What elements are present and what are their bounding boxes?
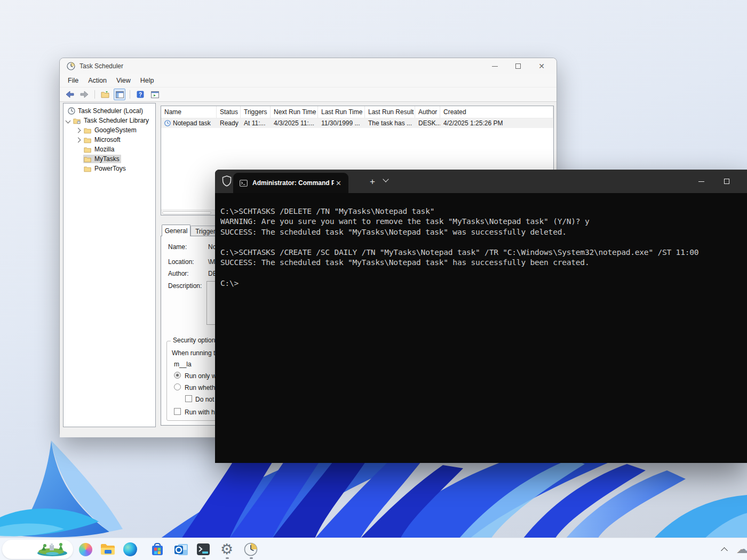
- store-bag: [150, 542, 164, 556]
- store-icon[interactable]: [150, 542, 165, 557]
- terminal-line: [220, 268, 747, 278]
- tree-item-microsoft[interactable]: Microsoft: [63, 135, 155, 145]
- terminal-line: SUCCESS: The scheduled task "MyTasks\Not…: [220, 258, 747, 268]
- new-window-button[interactable]: [149, 89, 161, 100]
- created-cell: 4/2/2025 1:25:26 PM: [440, 119, 553, 127]
- column-header-created[interactable]: Created: [440, 106, 553, 118]
- run-only-logged-on-radio[interactable]: [174, 372, 181, 379]
- forward-button[interactable]: [78, 89, 90, 100]
- tree-item-googlesystem[interactable]: GoogleSystem: [63, 125, 155, 135]
- description-label: Description:: [168, 282, 202, 290]
- file-explorer-icon[interactable]: [100, 542, 115, 557]
- widgets-weather-image: [35, 542, 69, 557]
- console-tree: Task Scheduler (Local) Task Scheduler Li…: [63, 103, 156, 427]
- terminal-running-indicator: [202, 557, 205, 559]
- chevron-right-icon[interactable]: [76, 127, 81, 133]
- security-options-label: Security options: [171, 337, 220, 344]
- cmd-icon: [240, 180, 248, 187]
- run-whether-logged-radio[interactable]: [174, 383, 181, 390]
- help-icon: ?: [137, 91, 144, 98]
- tree-item-label: Microsoft: [94, 136, 121, 143]
- chevron-down-icon: [383, 176, 388, 182]
- new-tab-button[interactable]: +: [365, 175, 379, 189]
- tree-item-mozilla[interactable]: Mozilla: [63, 145, 155, 154]
- menu-file[interactable]: File: [63, 75, 83, 86]
- window-pane-icon: [151, 91, 159, 98]
- edge-icon[interactable]: [123, 542, 138, 557]
- tab-dropdown-button[interactable]: [384, 177, 388, 181]
- menu-help[interactable]: Help: [136, 75, 159, 86]
- folder-icon: [84, 146, 92, 153]
- scrollbar-thumb[interactable]: [162, 211, 211, 214]
- terminal-maximize-button[interactable]: [714, 170, 739, 193]
- author-label: Author:: [168, 270, 189, 277]
- column-header-triggers[interactable]: Triggers: [241, 106, 271, 118]
- name-label: Name:: [168, 243, 187, 251]
- terminal-output[interactable]: C:\>SCHTASKS /DELETE /TN "MyTasks\Notepa…: [215, 193, 747, 289]
- task-name-cell: Notepad task: [161, 119, 217, 127]
- folder-glyph: [100, 543, 115, 556]
- task-scheduler-titlebar[interactable]: Task Scheduler ✕: [60, 58, 557, 74]
- terminal-taskbar-icon[interactable]: [196, 542, 211, 557]
- tree-item-powertoys[interactable]: PowerToys: [63, 164, 155, 173]
- terminal-prompt: C:\>: [220, 278, 747, 289]
- widgets-button[interactable]: [2, 540, 73, 559]
- column-header-author[interactable]: Author: [415, 106, 440, 118]
- run-highest-checkbox[interactable]: [174, 408, 181, 415]
- folder-icon: [84, 127, 92, 134]
- menu-view[interactable]: View: [112, 75, 136, 86]
- edge-swirl: [123, 542, 137, 556]
- settings-icon[interactable]: ⚙: [219, 542, 234, 557]
- terminal-titlebar[interactable]: Administrator: Command Pro ✕ +: [215, 170, 747, 193]
- gear-glyph: ⚙: [220, 542, 233, 557]
- column-header-next-run[interactable]: Next Run Time: [271, 106, 318, 118]
- menu-action[interactable]: Action: [83, 75, 112, 86]
- minimize-button[interactable]: [483, 58, 506, 74]
- tree-item-label: MyTasks: [94, 155, 120, 163]
- table-row[interactable]: Notepad task Ready At 11:... 4/3/2025 11…: [161, 118, 553, 128]
- terminal-tab-title: Administrator: Command Pro: [252, 179, 334, 187]
- task-scheduler-running-indicator: [250, 557, 253, 559]
- tree-item-mytasks[interactable]: MyTasks: [63, 154, 155, 164]
- chevron-down-icon[interactable]: [66, 118, 71, 123]
- column-header-status[interactable]: Status: [217, 106, 241, 118]
- minimize-icon: [492, 66, 498, 67]
- chevron-right-icon[interactable]: [76, 137, 81, 142]
- account-name: m__la: [174, 361, 192, 368]
- column-header-last-result[interactable]: Last Run Result: [365, 106, 415, 118]
- task-scheduler-app-icon: [67, 62, 75, 70]
- tree-item-root[interactable]: Task Scheduler (Local): [63, 106, 155, 116]
- terminal-line: SUCCESS: The scheduled task "MyTasks\Not…: [220, 227, 747, 237]
- terminal-tab[interactable]: Administrator: Command Pro ✕: [233, 173, 348, 193]
- folder-icon: [84, 156, 92, 163]
- tab-general[interactable]: General: [162, 225, 190, 236]
- show-action-pane-button[interactable]: [114, 89, 125, 100]
- close-icon: ✕: [538, 62, 545, 70]
- terminal-minimize-button[interactable]: [689, 170, 713, 193]
- onedrive-cloud-icon[interactable]: ☁: [736, 542, 747, 556]
- do-not-store-checkbox[interactable]: [185, 395, 192, 402]
- toolbar-separator: [130, 90, 130, 99]
- tree-item-label: Mozilla: [94, 146, 114, 153]
- column-header-name[interactable]: Name: [161, 106, 217, 118]
- maximize-button[interactable]: [506, 58, 530, 74]
- selected-item-highlight: MyTasks: [83, 155, 121, 163]
- close-button[interactable]: ✕: [530, 58, 553, 74]
- library-folder-icon: [73, 117, 81, 124]
- copilot-icon[interactable]: [78, 542, 93, 557]
- minimize-icon: [698, 181, 704, 182]
- tree-item-label: Task Scheduler Library: [84, 117, 149, 124]
- task-scheduler-taskbar-icon[interactable]: [243, 542, 258, 557]
- help-button[interactable]: ?: [134, 89, 146, 100]
- outlook-icon[interactable]: [173, 542, 188, 557]
- tree-item-library[interactable]: Task Scheduler Library: [63, 116, 155, 125]
- triggers-cell: At 11:...: [241, 119, 271, 127]
- outlook-glyph: [174, 543, 188, 556]
- menu-bar: File Action View Help: [60, 74, 557, 87]
- column-header-last-run[interactable]: Last Run Time: [318, 106, 365, 118]
- show-console-tree-button[interactable]: [99, 89, 111, 100]
- tab-close-icon[interactable]: ✕: [334, 179, 343, 187]
- show-hidden-icons-chevron[interactable]: [721, 547, 728, 554]
- location-value: \M: [208, 258, 215, 266]
- back-button[interactable]: [64, 89, 76, 100]
